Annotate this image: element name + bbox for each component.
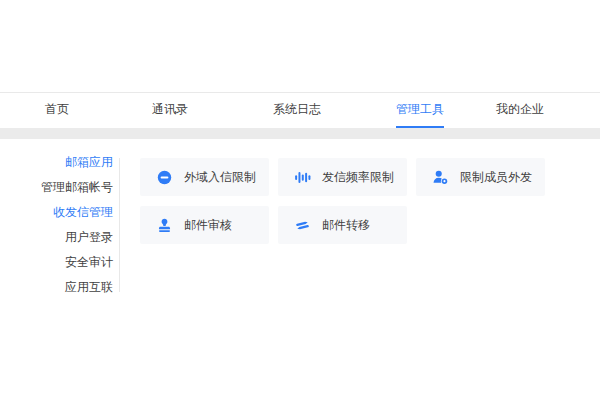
sidebar-item-user-login[interactable]: 用户登录 <box>0 225 113 250</box>
sidebar-item-mailbox-apps[interactable]: 邮箱应用 <box>0 150 113 175</box>
top-navigation: 首页 通讯录 系统日志 管理工具 我的企业 <box>0 92 600 129</box>
sidebar-item-manage-accounts[interactable]: 管理邮箱帐号 <box>0 175 113 200</box>
sidebar-divider <box>119 158 120 292</box>
sidebar: 邮箱应用 管理邮箱帐号 收发信管理 用户登录 安全审计 应用互联 <box>0 150 113 300</box>
frequency-bars-icon <box>294 169 311 186</box>
card-restrict-member-outbound[interactable]: 限制成员外发 <box>416 158 545 196</box>
tab-contacts[interactable]: 通讯录 <box>152 93 188 129</box>
admin-console: 首页 通讯录 系统日志 管理工具 我的企业 邮箱应用 管理邮箱帐号 收发信管理 … <box>0 0 600 400</box>
tab-home[interactable]: 首页 <box>45 93 69 129</box>
tab-management-tools[interactable]: 管理工具 <box>396 93 444 129</box>
card-send-frequency-limit[interactable]: 发信频率限制 <box>278 158 407 196</box>
card-mail-transfer[interactable]: 邮件转移 <box>278 206 407 244</box>
card-mail-review[interactable]: 邮件审核 <box>140 206 269 244</box>
sidebar-item-send-receive-mgmt[interactable]: 收发信管理 <box>0 200 113 225</box>
transfer-icon <box>294 217 311 234</box>
stamp-icon <box>156 217 173 234</box>
card-label: 邮件审核 <box>184 217 232 234</box>
card-label: 限制成员外发 <box>460 169 532 186</box>
card-external-inbound-limit[interactable]: 外域入信限制 <box>140 158 269 196</box>
card-label: 外域入信限制 <box>184 169 256 186</box>
minus-circle-icon <box>156 169 173 186</box>
tab-system-log[interactable]: 系统日志 <box>273 93 321 129</box>
nav-separator-band <box>0 128 600 139</box>
member-restrict-icon <box>432 169 449 186</box>
tab-my-enterprise[interactable]: 我的企业 <box>496 93 544 129</box>
sidebar-item-security-audit[interactable]: 安全审计 <box>0 250 113 275</box>
card-label: 邮件转移 <box>322 217 370 234</box>
sidebar-item-app-interconnect[interactable]: 应用互联 <box>0 275 113 300</box>
card-label: 发信频率限制 <box>322 169 394 186</box>
